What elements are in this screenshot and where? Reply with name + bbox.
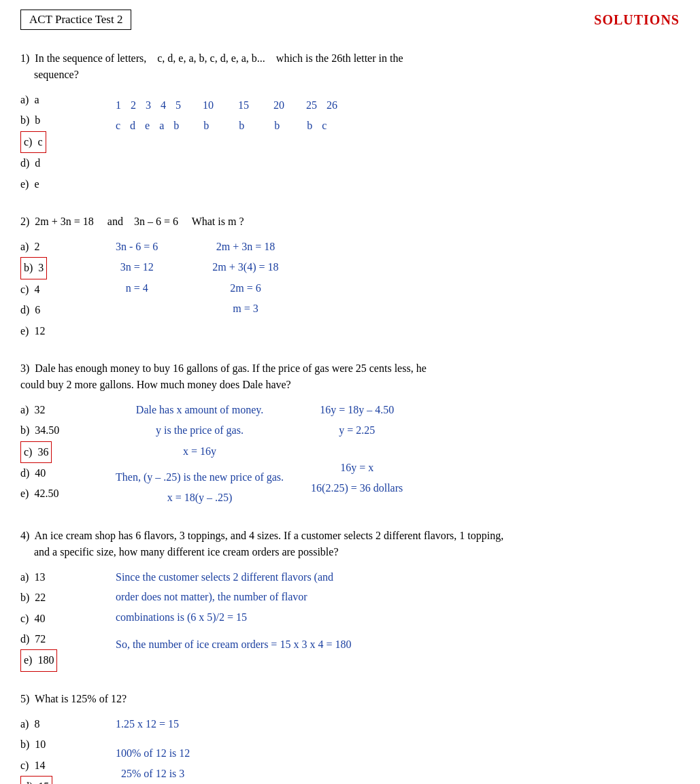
q2-answer-b: b) 3 <box>20 257 109 279</box>
page-header: ACT Practice Test 2 SOLUTIONS <box>20 10 680 30</box>
q4-answer-d: d) 72 <box>20 629 109 649</box>
q3-answer-b: b) 34.50 <box>20 420 109 441</box>
question-2-text: 2) 2m + 3n = 18 and 3n – 6 = 6 What is m… <box>20 214 680 230</box>
question-1: 1) In the sequence of letters, c, d, e, … <box>20 50 680 194</box>
q1-answers: a) a b) b c) c d) d e) e <box>20 90 109 194</box>
q1-answer-d: d) d <box>20 153 109 173</box>
q4-answers-row: a) 13 b) 22 c) 40 d) 72 e) 180 Since the… <box>20 567 680 672</box>
question-4: 4) An ice cream shop has 6 flavors, 3 to… <box>20 528 680 672</box>
q3-answer-c: c) 36 <box>20 441 109 463</box>
q2-answer-e: e) 12 <box>20 321 109 341</box>
q5-answer-c: c) 14 <box>20 755 109 776</box>
q1-answer-e: e) e <box>20 174 109 194</box>
q3-answer-e: e) 42.50 <box>20 483 109 504</box>
q3-solution: Dale has x amount of money. y is the pri… <box>109 400 680 509</box>
q2-sol-left: 3n - 6 = 6 3n = 12 n = 4 <box>116 237 158 320</box>
q4-answers: a) 13 b) 22 c) 40 d) 72 e) 180 <box>20 567 109 672</box>
question-2: 2) 2m + 3n = 18 and 3n – 6 = 6 What is m… <box>20 214 680 341</box>
question-4-text: 4) An ice cream shop has 6 flavors, 3 to… <box>20 528 680 560</box>
q1-answer-a: a) a <box>20 90 109 110</box>
q2-answer-c: c) 4 <box>20 279 109 300</box>
q4-solution: Since the customer selects 2 different f… <box>109 567 680 654</box>
q1-solution: 1 2 3 4 5 10 15 20 25 26 c <box>109 90 680 137</box>
q2-answers-row: a) 2 b) 3 c) 4 d) 6 e) 12 3n - 6 = 6 3n … <box>20 237 680 341</box>
q1-answer-b: b) b <box>20 110 109 131</box>
title-text: ACT Practice Test 2 <box>29 13 122 26</box>
question-1-text: 1) In the sequence of letters, c, d, e, … <box>20 50 680 83</box>
q2-solution: 3n - 6 = 6 3n = 12 n = 4 2m + 3n = 18 2m… <box>109 237 680 320</box>
question-3-text: 3) Dale has enough money to buy 16 gallo… <box>20 360 680 393</box>
q2-answers: a) 2 b) 3 c) 4 d) 6 e) 12 <box>20 237 109 341</box>
q1-answer-c: c) c <box>20 131 109 153</box>
q3-answers: a) 32 b) 34.50 c) 36 d) 40 e) 42.50 <box>20 400 109 505</box>
q2-sol-right: 2m + 3n = 18 2m + 3(4) = 18 2m = 6 m = 3 <box>212 237 278 320</box>
q5-answers-row: a) 8 b) 10 c) 14 d) 15 e) 18 1.25 x 12 =… <box>20 714 680 784</box>
q2-answer-a: a) 2 <box>20 237 109 257</box>
q5-answer-d: d) 15 <box>20 776 109 784</box>
q3-sol-right: 16y = 18y – 4.50 y = 2.25 16y = x 16(2.2… <box>311 400 403 509</box>
question-3: 3) Dale has enough money to buy 16 gallo… <box>20 360 680 509</box>
q4-answer-c: c) 40 <box>20 609 109 629</box>
q3-answers-row: a) 32 b) 34.50 c) 36 d) 40 e) 42.50 Dale… <box>20 400 680 509</box>
q4-sol-text: Since the customer selects 2 different f… <box>116 567 680 654</box>
question-5: 5) What is 125% of 12? a) 8 b) 10 c) 14 … <box>20 691 680 784</box>
q5-answers: a) 8 b) 10 c) 14 d) 15 e) 18 <box>20 714 109 784</box>
q1-number: 1) In the sequence of letters, c, d, e, … <box>20 52 403 64</box>
q5-sol-text: 1.25 x 12 = 15 100% of 12 is 12 25% of 1… <box>116 714 680 784</box>
question-5-text: 5) What is 125% of 12? <box>20 691 680 707</box>
q2-answer-d: d) 6 <box>20 300 109 320</box>
q3-answer-d: d) 40 <box>20 463 109 483</box>
page-title: ACT Practice Test 2 <box>20 10 131 30</box>
q3-answer-a: a) 32 <box>20 400 109 420</box>
q5-answer-b: b) 10 <box>20 734 109 755</box>
q1-answers-row: a) a b) b c) c d) d e) e 1 2 3 4 5 <box>20 90 680 194</box>
q1-sol-table: 1 2 3 4 5 10 15 20 25 26 c <box>116 95 337 137</box>
q4-answer-b: b) 22 <box>20 587 109 608</box>
q5-answer-a: a) 8 <box>20 714 109 734</box>
q3-sol-left: Dale has x amount of money. y is the pri… <box>116 400 284 509</box>
q4-answer-e: e) 180 <box>20 649 109 671</box>
q4-answer-a: a) 13 <box>20 567 109 587</box>
solutions-label: SOLUTIONS <box>594 12 680 28</box>
q5-solution: 1.25 x 12 = 15 100% of 12 is 12 25% of 1… <box>109 714 680 784</box>
